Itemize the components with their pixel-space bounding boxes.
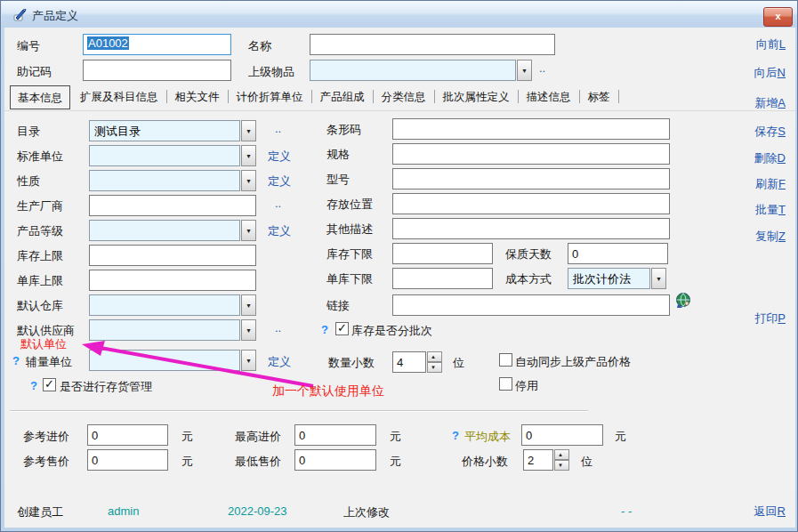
tab-related-files[interactable]: 相关文件 <box>168 85 227 108</box>
price-decimal-label: 价格小数 <box>462 454 508 470</box>
barcode-input[interactable] <box>392 118 670 140</box>
disabled-checkbox[interactable] <box>499 377 512 391</box>
link-input[interactable] <box>392 294 670 316</box>
product-definition-window: 产品定义 x 编号 A01002 名称 助记码 上级物品 .. 向前L 向后N … <box>0 0 798 532</box>
nature-define-button[interactable]: 定义 <box>268 173 291 189</box>
std-unit-define-button[interactable]: 定义 <box>268 149 291 165</box>
spinner-down-icon[interactable] <box>554 460 569 471</box>
print-button[interactable]: 打印P <box>754 310 786 326</box>
store-upper-input[interactable] <box>89 270 256 291</box>
chevron-down-icon[interactable] <box>241 220 256 241</box>
default-supplier-more-button[interactable]: .. <box>275 321 281 335</box>
location-input[interactable] <box>392 193 670 214</box>
copy-button[interactable]: 复制Z <box>755 229 786 245</box>
std-unit-label: 标准单位 <box>17 149 63 165</box>
other-desc-input[interactable] <box>392 218 670 239</box>
tab-label[interactable]: 标签 <box>581 85 617 108</box>
aux-unit-define-button[interactable]: 定义 <box>268 354 291 370</box>
std-unit-value <box>89 145 240 166</box>
qty-decimal-input[interactable] <box>392 351 426 373</box>
add-button[interactable]: 新增A <box>754 95 786 111</box>
cost-method-select[interactable]: 批次计价法 <box>568 268 666 289</box>
delete-button[interactable]: 删除D <box>754 150 786 166</box>
tab-classification-info[interactable]: 分类信息 <box>375 85 433 108</box>
model-input[interactable] <box>392 168 670 189</box>
tab-product-composition[interactable]: 产品组成 <box>313 85 372 108</box>
parent-item-more-button[interactable]: .. <box>539 61 545 75</box>
stock-upper-input[interactable] <box>89 245 256 266</box>
manufacturer-input[interactable] <box>89 195 256 216</box>
save-button[interactable]: 保存S <box>754 124 786 140</box>
aux-unit-help-icon[interactable]: ? <box>12 354 20 367</box>
chevron-down-icon[interactable] <box>241 120 256 141</box>
chevron-down-icon[interactable] <box>241 170 256 191</box>
shelf-days-input[interactable] <box>568 243 668 264</box>
name-input[interactable] <box>310 34 555 55</box>
qty-decimal-label: 数量小数 <box>328 355 375 371</box>
globe-icon[interactable] <box>674 292 692 310</box>
catalog-more-button[interactable]: .. <box>275 122 281 135</box>
tab-description-info[interactable]: 描述信息 <box>520 85 578 108</box>
default-warehouse-label: 默认仓库 <box>17 298 63 314</box>
backward-button[interactable]: 向后N <box>754 65 786 81</box>
max-buy-label: 最高进价 <box>235 429 281 445</box>
max-buy-input[interactable] <box>294 424 376 446</box>
return-button[interactable]: 返回R <box>754 504 786 520</box>
stock-lower-input[interactable] <box>392 243 493 264</box>
chevron-down-icon[interactable] <box>241 319 256 341</box>
chevron-down-icon[interactable] <box>241 145 256 166</box>
spinner-down-icon[interactable] <box>427 362 442 373</box>
ref-sell-input[interactable] <box>87 449 168 471</box>
chevron-down-icon[interactable] <box>241 350 256 371</box>
batch-stock-label: 库存是否分批次 <box>351 323 432 339</box>
refresh-button[interactable]: 刷新F <box>755 176 786 192</box>
tab-basic-info[interactable]: 基本信息 <box>10 85 70 109</box>
ref-sell-label: 参考售价 <box>23 454 69 470</box>
tab-batch-attribute-definition[interactable]: 批次属性定义 <box>436 85 517 108</box>
chevron-down-icon[interactable] <box>241 294 256 316</box>
forward-button[interactable]: 向前L <box>756 36 786 52</box>
catalog-label: 目录 <box>17 124 40 140</box>
section-divider <box>10 410 588 412</box>
grade-select[interactable] <box>89 220 256 241</box>
std-unit-select[interactable] <box>89 145 256 166</box>
batch-stock-checkbox[interactable] <box>335 322 349 335</box>
spinner-up-icon[interactable] <box>427 351 442 362</box>
close-button[interactable]: x <box>763 7 793 27</box>
creator-value: admin <box>108 504 139 518</box>
sync-price-checkbox[interactable] <box>499 353 512 367</box>
inventory-manage-checkbox[interactable] <box>43 378 56 391</box>
parent-item-select[interactable] <box>310 60 532 81</box>
min-sell-label: 最低售价 <box>235 454 281 470</box>
spec-input[interactable] <box>392 143 670 165</box>
min-sell-input[interactable] <box>294 449 376 471</box>
chevron-down-icon[interactable] <box>651 268 666 289</box>
aux-unit-select[interactable] <box>89 350 256 371</box>
inventory-manage-help-icon[interactable]: ? <box>30 379 37 392</box>
spec-label: 规格 <box>326 147 350 163</box>
tab-pricing-conversion-unit[interactable]: 计价折算单位 <box>230 85 310 108</box>
manufacturer-more-button[interactable]: .. <box>275 197 281 210</box>
mnemonic-input[interactable] <box>83 60 231 81</box>
code-input[interactable]: A01002 <box>83 34 231 55</box>
avg-cost-help-icon[interactable]: ? <box>452 429 459 442</box>
nature-select[interactable] <box>89 170 256 191</box>
aux-unit-label: 辅量单位 <box>26 354 72 370</box>
avg-cost-input[interactable] <box>521 424 603 446</box>
price-decimal-input[interactable] <box>523 449 553 471</box>
batch-button[interactable]: 批量T <box>755 202 786 218</box>
ref-buy-input[interactable] <box>87 424 168 446</box>
other-desc-label: 其他描述 <box>326 222 373 238</box>
batch-stock-help-icon[interactable]: ? <box>321 323 328 336</box>
tab-extend-subject-info[interactable]: 扩展及科目信息 <box>73 85 165 108</box>
cost-method-value: 批次计价法 <box>568 268 650 289</box>
spinner-up-icon[interactable] <box>554 449 569 460</box>
default-supplier-select[interactable] <box>89 319 256 341</box>
chevron-down-icon[interactable] <box>517 60 532 81</box>
catalog-select[interactable]: 测试目录 <box>89 120 256 141</box>
avg-cost-label: 平均成本 <box>464 429 511 445</box>
default-warehouse-select[interactable] <box>89 294 256 316</box>
disabled-label: 停用 <box>515 378 538 394</box>
store-lower-input[interactable] <box>392 268 493 289</box>
grade-define-button[interactable]: 定义 <box>268 223 291 239</box>
